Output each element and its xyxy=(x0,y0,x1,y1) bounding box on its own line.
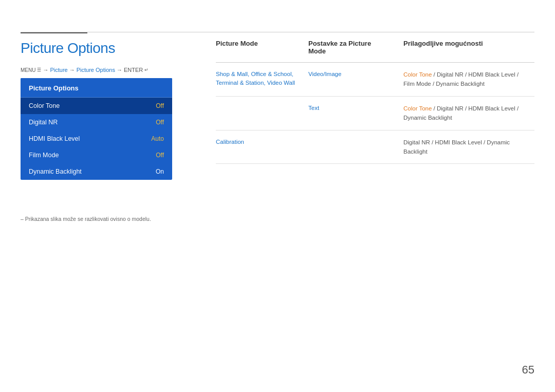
row1-features: Color Tone / Digital NR / HDMI Black Lev… xyxy=(403,70,534,89)
row2-dynamic: Dynamic Backlight xyxy=(403,115,452,121)
row2-sep3: / xyxy=(517,105,519,111)
table-row-2: Text Color Tone / Digital NR / HDMI Blac… xyxy=(216,97,534,130)
enter-icon: ↵ xyxy=(144,67,149,72)
row2-features: Color Tone / Digital NR / HDMI Black Lev… xyxy=(403,104,534,123)
row3-backlight: Backlight xyxy=(403,148,428,155)
film-mode-value: Off xyxy=(156,152,164,159)
page-number: 65 xyxy=(522,363,534,377)
row3-dynamic: Dynamic xyxy=(487,139,510,145)
table-header: Picture Mode Postavke za PictureMode Pri… xyxy=(216,32,534,63)
page-title: Picture Options xyxy=(21,40,115,57)
row3-features: Digital NR / HDMI Black Level / Dynamic … xyxy=(403,138,534,157)
hdmi-black-level-value: Auto xyxy=(151,135,164,142)
footnote: – Prikazana slika može se razlikovati ov… xyxy=(21,216,151,222)
row3-hdmi: HDMI Black Level xyxy=(435,139,482,145)
row1-hdmi: HDMI Black Level xyxy=(468,71,515,78)
header-postavke: Postavke za PictureMode xyxy=(308,40,403,55)
panel-item-color-tone[interactable]: Color Tone Off xyxy=(21,98,172,114)
hdmi-black-level-label: HDMI Black Level xyxy=(29,135,80,142)
row2-color-tone: Color Tone xyxy=(403,105,432,111)
table-row-1: Shop & Mall, Office & School,Terminal & … xyxy=(216,63,534,97)
color-tone-value: Off xyxy=(156,102,164,109)
menu-icon: MENU xyxy=(21,67,35,73)
row1-dynamic: Dynamic Backlight xyxy=(436,81,485,87)
row3-digital-nr: Digital NR xyxy=(403,139,430,145)
panel-item-digital-nr[interactable]: Digital NR Off xyxy=(21,114,172,130)
row1-film: Film Mode xyxy=(403,81,431,87)
header-picture-mode: Picture Mode xyxy=(216,40,308,55)
row1-digital-nr: Digital NR xyxy=(437,71,464,78)
header-prilagodljive: Prilagodljive mogućnosti xyxy=(403,40,534,55)
panel-item-hdmi-black-level[interactable]: HDMI Black Level Auto xyxy=(21,130,172,147)
row2-hdmi: HDMI Black Level xyxy=(468,105,515,111)
digital-nr-label: Digital NR xyxy=(29,119,58,126)
breadcrumb-picture-options[interactable]: Picture Options xyxy=(77,67,115,73)
picture-options-panel: Picture Options Color Tone Off Digital N… xyxy=(21,78,172,180)
breadcrumb-separator-2: → xyxy=(69,67,75,73)
breadcrumb: MENU ☰ → Picture → Picture Options → ENT… xyxy=(21,67,149,73)
breadcrumb-separator-3: → xyxy=(117,67,122,73)
dynamic-backlight-label: Dynamic Backlight xyxy=(29,168,82,175)
digital-nr-value: Off xyxy=(156,119,164,126)
panel-header: Picture Options xyxy=(21,78,172,98)
breadcrumb-picture[interactable]: Picture xyxy=(50,67,67,73)
breadcrumb-enter: ENTER xyxy=(124,67,143,73)
panel-item-film-mode[interactable]: Film Mode Off xyxy=(21,147,172,163)
row1-color-tone: Color Tone xyxy=(403,71,432,78)
table-row-3: Calibration Digital NR / HDMI Black Leve… xyxy=(216,130,534,164)
film-mode-label: Film Mode xyxy=(29,152,59,159)
row1-sep3: / xyxy=(517,71,519,78)
menu-icon-symbol: ☰ xyxy=(37,67,41,72)
row1-picture-mode: Video/Image xyxy=(308,70,403,79)
row2-picture-mode: Text xyxy=(308,104,403,113)
color-tone-label: Color Tone xyxy=(29,102,60,109)
dynamic-backlight-value: On xyxy=(156,168,164,175)
row1-mode-group: Shop & Mall, Office & School,Terminal & … xyxy=(216,70,308,88)
breadcrumb-separator-1: → xyxy=(43,67,48,73)
row3-mode-group: Calibration xyxy=(216,138,308,146)
row2-digital-nr: Digital NR xyxy=(437,105,464,111)
panel-item-dynamic-backlight[interactable]: Dynamic Backlight On xyxy=(21,163,172,180)
table-section: Picture Mode Postavke za PictureMode Pri… xyxy=(216,32,534,164)
